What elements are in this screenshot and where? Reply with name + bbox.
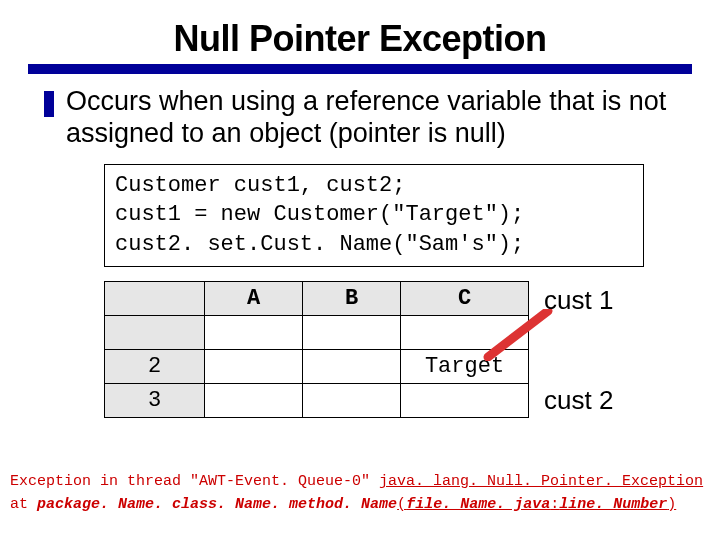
col-header-b: B — [303, 281, 401, 315]
row-spacer — [105, 315, 205, 349]
row-header-3: 3 — [105, 383, 205, 417]
corner-cell — [105, 281, 205, 315]
bullet-item: Occurs when using a reference variable t… — [44, 86, 690, 150]
exc-paren-close: ) — [667, 496, 676, 513]
exception-text: Exception in thread "AWT-Event. Queue-0"… — [10, 471, 710, 516]
cell — [401, 315, 529, 349]
code-line-3: cust2. set.Cust. Name("Sam's"); — [115, 230, 633, 260]
exc-method: method. Name — [280, 496, 397, 513]
bullet-icon — [44, 91, 54, 117]
cell-2b — [303, 349, 401, 383]
cell-3b — [303, 383, 401, 417]
table-area: A B C 2 Target 3 cus — [104, 281, 704, 423]
table-row: 3 — [105, 383, 529, 417]
cell — [205, 315, 303, 349]
cell-2c: Target — [401, 349, 529, 383]
cell-3c — [401, 383, 529, 417]
label-cust2: cust 2 — [544, 385, 613, 416]
table-row: 2 Target — [105, 349, 529, 383]
col-header-a: A — [205, 281, 303, 315]
exc-class: java. lang. Null. Pointer. Exception — [379, 473, 703, 490]
bullet-text: Occurs when using a reference variable t… — [66, 86, 690, 150]
exc-colon: : — [550, 496, 559, 513]
memory-table: A B C 2 Target 3 — [104, 281, 529, 418]
title-rule — [28, 64, 692, 74]
cell — [303, 315, 401, 349]
slide-title: Null Pointer Exception — [28, 18, 692, 60]
exc-at: at — [10, 496, 37, 513]
exc-paren-open: ( — [397, 496, 406, 513]
col-header-c: C — [401, 281, 529, 315]
cell-3a — [205, 383, 303, 417]
code-line-1: Customer cust1, cust2; — [115, 171, 633, 201]
exception-line-2: at package. Name. class. Name. method. N… — [10, 494, 710, 517]
exc-file: file. Name. java — [406, 496, 550, 513]
exc-prefix: Exception in thread "AWT-Event. Queue-0" — [10, 473, 379, 490]
exception-line-1: Exception in thread "AWT-Event. Queue-0"… — [10, 471, 710, 494]
exc-linenum: line. Number — [559, 496, 667, 513]
label-cust1: cust 1 — [544, 285, 613, 316]
exc-className: class. Name. — [163, 496, 280, 513]
code-line-2: cust1 = new Customer("Target"); — [115, 200, 633, 230]
code-box: Customer cust1, cust2; cust1 = new Custo… — [104, 164, 644, 267]
cell-2a — [205, 349, 303, 383]
row-header-2: 2 — [105, 349, 205, 383]
exc-package: package. Name. — [37, 496, 163, 513]
